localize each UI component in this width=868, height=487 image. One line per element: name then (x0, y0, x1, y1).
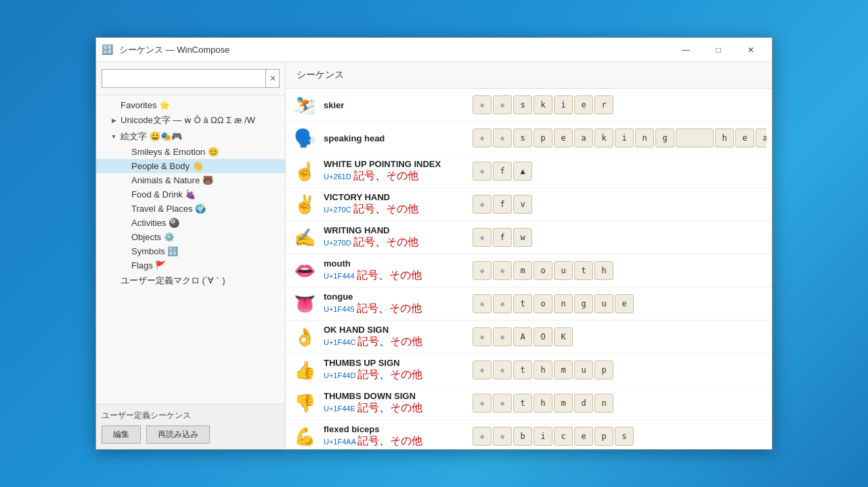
key-button[interactable]: p (594, 427, 613, 446)
key-button[interactable]: n (594, 394, 613, 413)
sequence-code-link[interactable]: その他 (390, 402, 422, 413)
key-button[interactable]: c (554, 427, 573, 446)
key-button[interactable]: t (513, 361, 532, 379)
key-button[interactable]: ◆ (473, 162, 492, 181)
key-button[interactable]: s (513, 129, 532, 147)
key-button[interactable]: e (615, 294, 634, 313)
sequence-row[interactable]: ☝️WHITE UP POINTING INDEXU+261D 記号、その他◆f… (286, 155, 772, 188)
search-input[interactable] (102, 69, 266, 88)
key-button[interactable]: h (534, 361, 552, 379)
key-button[interactable]: ◆ (473, 361, 492, 379)
key-button[interactable]: e (735, 129, 754, 147)
key-button[interactable]: r (594, 95, 613, 114)
key-button[interactable]: ◆ (493, 327, 512, 346)
key-button[interactable]: ◆ (493, 129, 512, 147)
key-button[interactable]: i (534, 427, 552, 446)
key-button[interactable]: ◆ (473, 394, 492, 413)
key-button[interactable]: ◆ (473, 129, 492, 147)
key-button[interactable]: ◆ (493, 394, 512, 413)
sequence-row[interactable]: 👄mouthU+1F444 記号、その他◆◆mouth (286, 254, 772, 287)
key-button[interactable]: ◆ (493, 294, 512, 313)
sequence-code-link[interactable]: 記号 (357, 335, 379, 347)
key-button[interactable]: e (574, 427, 593, 446)
key-button[interactable]: o (534, 294, 552, 313)
key-button[interactable] (676, 129, 714, 147)
tree-expand-icon[interactable]: ▶ (110, 116, 118, 124)
key-button[interactable]: t (574, 261, 593, 280)
key-button[interactable]: t (513, 294, 532, 313)
key-button[interactable]: ◆ (473, 427, 492, 446)
key-button[interactable]: m (513, 261, 532, 280)
key-button[interactable]: o (534, 261, 552, 280)
tree-item-unicode[interactable]: ▶Unicode文字 — ẇ Ô à ΩΩ Σ æ /W (96, 112, 285, 129)
tree-item-flags[interactable]: Flags 🚩 (96, 258, 285, 273)
key-button[interactable]: s (615, 427, 634, 446)
key-button[interactable]: u (594, 294, 613, 313)
sequence-row[interactable]: 👎THUMBS DOWN SIGNU+1F44E 記号、その他◆◆thmdn (286, 387, 772, 420)
sequence-code-link[interactable]: その他 (390, 435, 422, 446)
key-button[interactable]: ◆ (473, 95, 492, 114)
sequence-row[interactable]: 👍THUMBS UP SIGNU+1F44D 記号、その他◆◆thmup (286, 354, 772, 387)
tree-item-favorites[interactable]: Favorites ⭐ (96, 98, 285, 112)
key-button[interactable]: ◆ (473, 327, 492, 346)
key-button[interactable]: g (574, 294, 593, 313)
sequence-row[interactable]: 👅tongueU+1F445 記号、その他◆◆tongue (286, 287, 772, 321)
key-button[interactable]: m (554, 361, 573, 379)
tree-item-smileys[interactable]: Smileys & Emotion 😊 (96, 145, 285, 159)
key-button[interactable]: K (554, 327, 573, 346)
key-button[interactable]: ◆ (493, 427, 512, 446)
sequence-row[interactable]: 💪flexed bicepsU+1F4AA 記号、その他◆◆biceps (286, 420, 772, 449)
sequence-code-link[interactable]: 記号 (357, 369, 379, 380)
key-button[interactable]: w (513, 228, 532, 247)
key-button[interactable]: i (615, 129, 634, 147)
tree-item-symbols[interactable]: Symbols 🔣 (96, 244, 285, 258)
key-button[interactable]: u (554, 261, 573, 280)
sequence-code-link[interactable]: その他 (386, 170, 418, 181)
sequence-code-link[interactable]: その他 (386, 203, 418, 214)
key-button[interactable]: d (574, 394, 593, 413)
sequence-row[interactable]: ✍️WRITING HANDU+270D 記号、その他◆fw (286, 221, 772, 254)
sequence-code-link[interactable]: 記号 (357, 402, 379, 413)
key-button[interactable]: ◆ (473, 294, 492, 313)
key-button[interactable]: A (513, 327, 532, 346)
key-button[interactable]: m (554, 394, 573, 413)
sequence-code-link[interactable]: その他 (390, 369, 422, 380)
key-button[interactable]: b (513, 427, 532, 446)
key-button[interactable]: f (493, 228, 512, 247)
sequence-row[interactable]: 👌OK HAND SIGNU+1F44C 記号、その他◆◆AOK (286, 321, 772, 354)
search-clear-button[interactable]: ✕ (266, 69, 280, 88)
key-button[interactable]: i (554, 95, 573, 114)
key-button[interactable]: ◆ (493, 361, 512, 379)
sequence-code-link[interactable]: 記号 (357, 269, 378, 281)
sequence-row[interactable]: ✌️VICTORY HANDU+270C 記号、その他◆fv (286, 188, 772, 221)
tree-expand-icon[interactable]: ▼ (110, 133, 118, 141)
reload-button[interactable]: 再読み込み (146, 425, 210, 444)
sequence-code-link[interactable]: その他 (390, 335, 422, 347)
key-button[interactable]: a (574, 129, 593, 147)
sequence-code-link[interactable]: 記号 (353, 170, 375, 181)
key-button[interactable]: s (513, 95, 532, 114)
minimize-button[interactable]: — (670, 40, 701, 60)
key-button[interactable]: n (635, 129, 654, 147)
tree-item-activities[interactable]: Activities 🎱 (96, 216, 285, 230)
close-button[interactable]: ✕ (735, 40, 766, 60)
key-button[interactable]: ◆ (493, 95, 512, 114)
sequence-code-link[interactable]: 記号 (357, 302, 378, 314)
key-button[interactable]: p (534, 129, 552, 147)
key-button[interactable]: k (594, 129, 613, 147)
edit-button[interactable]: 編集 (102, 425, 141, 444)
sequence-code-link[interactable]: その他 (386, 236, 418, 248)
key-button[interactable]: u (574, 361, 593, 379)
key-button[interactable]: g (655, 129, 674, 147)
key-button[interactable]: t (513, 394, 532, 413)
sequence-code-link[interactable]: その他 (389, 269, 422, 281)
tree-item-travel[interactable]: Travel & Places 🌍 (96, 202, 285, 216)
tree-item-user-macro[interactable]: ユーザー定義マクロ (´∀｀) (96, 273, 285, 289)
key-button[interactable]: k (534, 95, 552, 114)
sequence-code-link[interactable]: 記号 (357, 435, 379, 446)
key-button[interactable]: ◆ (473, 195, 492, 214)
key-button[interactable]: ◆ (473, 228, 492, 247)
sequence-code-link[interactable]: 記号 (353, 203, 375, 214)
tree-item-people[interactable]: People & Body 👋 (96, 159, 285, 173)
sequence-row[interactable]: ⛷️skier◆◆skier (286, 89, 772, 122)
